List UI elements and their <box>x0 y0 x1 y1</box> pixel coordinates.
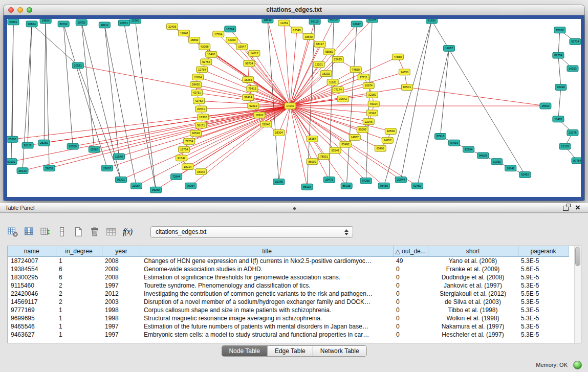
scrollbar-thumb[interactable] <box>575 247 580 266</box>
graph-node[interactable]: 95260 <box>150 187 161 193</box>
graph-node[interactable]: 11621 <box>327 79 338 85</box>
graph-node[interactable]: 18890 <box>189 37 200 43</box>
graph-node[interactable]: 19860 <box>40 19 51 24</box>
graph-node[interactable]: 87754 <box>572 158 581 164</box>
graph-node[interactable]: 96301 <box>115 177 126 183</box>
graph-node[interactable]: 81830 <box>426 19 437 24</box>
table-row[interactable]: 1456911722003Disruption of a novel membe… <box>8 298 569 306</box>
graph-node[interactable]: 23607 <box>101 165 113 171</box>
graph-node[interactable]: 16265 <box>243 77 254 83</box>
graph-node[interactable]: 86335 <box>341 183 352 189</box>
graph-node[interactable]: 20571 <box>195 106 207 112</box>
graph-node[interactable]: 93414 <box>243 94 254 100</box>
graph-node[interactable]: 98112 <box>99 22 110 28</box>
graph-node[interactable]: 93101 <box>7 159 17 165</box>
graph-node[interactable]: 96113 <box>22 142 33 148</box>
graph-node[interactable]: 10674 <box>363 83 374 89</box>
show-columns-button[interactable] <box>23 225 36 238</box>
graph-node[interactable]: 67919 <box>449 140 460 146</box>
table-row[interactable]: 946554611997Estimation of the future num… <box>8 322 569 331</box>
graph-node[interactable]: 96113 <box>309 19 320 25</box>
graph-node[interactable]: 15360 <box>129 19 141 24</box>
graph-node[interactable]: 47850 <box>392 54 403 60</box>
graph-node[interactable]: 86309 <box>328 19 339 23</box>
graph-node[interactable]: 91542 <box>176 155 187 161</box>
graph-node[interactable]: 18420 <box>190 82 202 88</box>
graph-node[interactable]: 95318 <box>554 27 565 33</box>
graph-node[interactable]: 72544 <box>171 174 182 180</box>
table-row[interactable]: 969969511998Structural magnetic resonanc… <box>8 314 569 322</box>
column-header-title[interactable]: title <box>141 246 393 257</box>
tab-network-table[interactable]: Network Table <box>313 346 366 356</box>
graph-node[interactable]: 25260 <box>7 136 18 142</box>
column-header-in_degree[interactable]: in_degree <box>56 246 102 257</box>
graph-node[interactable]: 16202 <box>320 71 332 77</box>
graph-node[interactable]: 59051 <box>43 165 55 171</box>
graph-node[interactable]: 18640 <box>262 19 273 23</box>
network-canvas[interactable]: 1724022405128481889042008164009275412754… <box>7 19 581 197</box>
graph-node[interactable]: 10482 <box>553 116 564 122</box>
graph-node[interactable]: 87571 <box>401 84 412 91</box>
graph-node[interactable]: 42009 <box>226 37 237 43</box>
row-tools-button[interactable] <box>55 225 69 238</box>
graph-node[interactable]: 17240 <box>285 103 296 109</box>
graph-node[interactable]: 92239 <box>555 84 567 91</box>
window-titlebar[interactable]: citations_edges.txt <box>4 5 584 15</box>
table-row[interactable]: 1872400712008Changes of HCN gene express… <box>8 257 569 266</box>
graph-node[interactable]: 15184 <box>307 136 318 142</box>
graph-node[interactable]: 13176 <box>567 130 578 136</box>
column-header-name[interactable]: name <box>8 246 56 257</box>
graph-node[interactable]: 10475 <box>323 177 335 183</box>
graph-node[interactable]: 32160 <box>366 92 378 98</box>
graph-node[interactable]: 20264 <box>130 183 142 189</box>
graph-node[interactable]: 14957 <box>349 134 360 140</box>
table-row[interactable]: 977716911998Corpus callosum shape and si… <box>8 306 569 314</box>
graph-node[interactable]: 16640 <box>303 34 314 40</box>
graph-node[interactable]: 92450 <box>519 172 531 178</box>
column-header-short[interactable]: short <box>428 246 518 257</box>
graph-node[interactable]: 15724 <box>225 26 236 32</box>
graph-node[interactable]: 86103 <box>301 184 313 190</box>
graph-node[interactable]: 92450 <box>411 183 423 189</box>
table-row[interactable]: 946362711997Embryonic stem cells: a mode… <box>8 331 569 339</box>
graph-node[interactable]: 17264 <box>213 31 224 37</box>
minimize-window-button[interactable] <box>17 7 23 13</box>
graph-node[interactable]: 92543 <box>190 130 202 137</box>
tab-node-table[interactable]: Node Table <box>222 346 268 356</box>
graph-node[interactable]: 76364 <box>185 183 197 189</box>
graph-node[interactable]: 91060 <box>491 159 503 165</box>
graph-node[interactable]: 20944 <box>395 177 406 183</box>
graph-node[interactable]: 42008 <box>199 43 210 50</box>
edit-table-button[interactable] <box>39 225 52 238</box>
graph-node[interactable]: 99704 <box>244 60 255 67</box>
graph-node[interactable]: 14850 <box>399 69 410 75</box>
graph-node[interactable]: 15593 <box>540 103 551 109</box>
graph-node[interactable]: 22405 <box>167 24 178 30</box>
graph-node[interactable]: 11546 <box>366 110 378 116</box>
graph-node[interactable]: 10642 <box>505 165 516 171</box>
graph-node[interactable]: 16400 <box>206 51 217 57</box>
graph-node[interactable]: 75413 <box>247 86 258 92</box>
graph-node[interactable]: 15042 <box>195 169 207 175</box>
import-table-button[interactable] <box>104 225 118 238</box>
column-header-out_degree[interactable]: △ out_de... <box>393 246 428 257</box>
graph-node[interactable]: 12754 <box>179 146 190 152</box>
graph-node[interactable]: 71254 <box>184 138 195 144</box>
delete-button[interactable] <box>88 225 101 238</box>
graph-node[interactable]: 95450 <box>378 183 389 189</box>
graph-node[interactable]: 77174 <box>332 86 343 93</box>
table-vertical-scrollbar[interactable] <box>574 246 581 343</box>
graph-node[interactable]: 93543 <box>330 147 341 154</box>
graph-node[interactable]: 18304 <box>273 130 285 136</box>
graph-node[interactable]: 98137 <box>314 41 325 48</box>
graph-node[interactable]: 18314 <box>182 164 193 170</box>
table-row[interactable]: 1830029562008Estimation of significance … <box>8 273 569 281</box>
tab-edge-table[interactable]: Edge Table <box>268 346 313 356</box>
table-name-combobox[interactable]: citations_edges.txt <box>150 226 353 238</box>
graph-node[interactable]: 25260 <box>38 140 50 146</box>
graph-node[interactable]: 96804 <box>26 21 37 27</box>
graph-node[interactable]: 18302 <box>198 114 209 120</box>
graph-node[interactable]: 92704 <box>463 146 474 152</box>
graph-node[interactable]: 15345 <box>273 179 285 185</box>
graph-node[interactable]: 78931 <box>318 154 330 160</box>
